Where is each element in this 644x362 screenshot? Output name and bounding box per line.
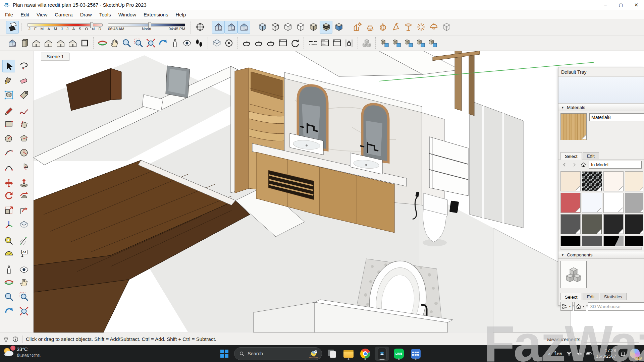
eraser-tool[interactable] [17, 74, 30, 87]
render-interactive-button[interactable] [253, 37, 265, 49]
maximize-button[interactable]: ▢ [613, 0, 629, 10]
components-tab-statistics[interactable]: Statistics [600, 293, 627, 300]
menu-view[interactable]: View [33, 11, 51, 18]
shadow-time-slider[interactable]: 06:43 AM Noon 04:45 PM [108, 23, 185, 31]
walk-button[interactable] [193, 37, 205, 49]
material-houndstooth[interactable] [582, 171, 602, 191]
file-explorer-button[interactable] [341, 347, 356, 361]
orbit-button[interactable] [96, 37, 108, 49]
position-camera-button[interactable] [169, 37, 181, 49]
view-front-button[interactable] [42, 37, 54, 49]
box-tool-1-button[interactable] [378, 37, 390, 49]
zoom-button[interactable] [120, 37, 132, 49]
box-tool-3-button[interactable] [402, 37, 415, 49]
material-mid-gray[interactable] [582, 236, 602, 246]
warehouse-search-field[interactable] [588, 302, 644, 311]
info-icon[interactable] [12, 336, 19, 343]
back-arrow-button[interactable] [560, 161, 569, 169]
materials-scrollbar[interactable] [560, 247, 642, 250]
material-dark-gray[interactable] [560, 214, 581, 234]
scale-tool[interactable] [2, 204, 15, 217]
components-home-button[interactable]: ▼ [574, 302, 586, 311]
material-name-field[interactable] [589, 113, 644, 121]
materials-section-header[interactable]: ▼ Materials [558, 104, 644, 111]
render-viewport-button[interactable] [265, 37, 277, 49]
rotate-tool[interactable] [2, 189, 15, 202]
start-button[interactable] [217, 347, 231, 361]
frame-buffer-button[interactable] [277, 37, 289, 49]
date-slider-thumb[interactable] [90, 22, 93, 28]
pie-tool[interactable] [17, 161, 30, 173]
ceiling-light-button[interactable] [402, 21, 415, 34]
make-component-tool[interactable] [2, 88, 15, 101]
material-gray[interactable] [625, 193, 643, 213]
menu-extensions[interactable]: Extensions [140, 11, 172, 18]
sketchup-taskbar-button[interactable] [375, 347, 389, 361]
time-slider-thumb[interactable] [148, 22, 151, 28]
style-xray-button[interactable] [256, 21, 269, 34]
axes-tool[interactable] [2, 218, 15, 231]
point-light-button[interactable] [415, 21, 427, 34]
zoom-extents-tool[interactable] [17, 305, 30, 317]
material-coral-red[interactable] [560, 193, 581, 213]
style-wireframe-button[interactable] [269, 21, 281, 34]
viewport-3d-scene[interactable] [34, 51, 644, 333]
weather-widget[interactable]: 1 33°C มีแดดบางส่วน [3, 347, 41, 358]
polygon-tool[interactable] [17, 132, 30, 144]
menu-camera[interactable]: Camera [51, 11, 76, 18]
material-collection-dropdown[interactable]: In Model [589, 161, 642, 169]
rotated-rectangle-tool[interactable] [17, 117, 30, 130]
menu-tools[interactable]: Tools [96, 11, 115, 18]
tray-chevron-icon[interactable]: ∧ [548, 351, 551, 356]
close-button[interactable]: ✕ [629, 0, 644, 10]
material-black-2[interactable] [625, 236, 643, 246]
dimension-tool[interactable] [17, 234, 30, 247]
components-tab-edit[interactable]: Edit [583, 293, 599, 300]
paint-bucket-tool[interactable] [2, 74, 15, 87]
notification-bell-icon[interactable] [620, 351, 626, 357]
view-top-button[interactable] [30, 37, 42, 49]
tray-title[interactable]: Default Tray [558, 67, 644, 77]
parallel-projection-button[interactable] [237, 21, 250, 34]
component-preview-thumbnail[interactable] [560, 261, 587, 288]
spot-light-button[interactable] [389, 21, 402, 34]
menu-draw[interactable]: Draw [76, 11, 96, 18]
view-back-button[interactable] [54, 37, 66, 49]
shadow-toggle-button[interactable] [6, 21, 19, 34]
material-olive-gray[interactable] [582, 214, 602, 234]
render-sphere-button[interactable] [440, 21, 453, 34]
geolocation-icon[interactable] [3, 336, 9, 343]
scene-light-button[interactable] [351, 21, 364, 34]
language-indicator[interactable]: ไทย [554, 350, 562, 357]
style-back-edges-button[interactable] [281, 21, 294, 34]
line-app-button[interactable]: LINE [392, 347, 406, 361]
tag-tool[interactable] [17, 88, 30, 101]
materials-tab-edit[interactable]: Edit [583, 152, 599, 159]
material-beige[interactable] [560, 171, 581, 191]
volume-icon[interactable] [576, 351, 582, 357]
perspective-button[interactable] [225, 21, 237, 34]
menu-edit[interactable]: Edit [17, 11, 33, 18]
menu-help[interactable]: Help [172, 11, 190, 18]
follow-me-tool[interactable] [17, 189, 30, 202]
forward-arrow-button[interactable] [570, 161, 578, 169]
zoom-window-tool[interactable] [17, 290, 30, 303]
material-white[interactable] [603, 193, 624, 213]
style-shaded-button[interactable] [307, 21, 320, 34]
two-point-arc-tool[interactable] [17, 146, 30, 159]
push-pull-tool[interactable] [17, 177, 30, 189]
overlay-toggle-button[interactable] [307, 37, 319, 49]
shadow-date-slider[interactable]: JFMAMJJASOND [27, 23, 103, 31]
menu-file[interactable]: File [1, 11, 17, 18]
look-around-tool[interactable] [17, 263, 30, 276]
orbit-tool[interactable] [2, 276, 15, 289]
style-monochrome-button[interactable] [332, 21, 345, 34]
lasso-select-tool[interactable] [17, 60, 30, 72]
scene-tab[interactable]: Scene 1 [41, 53, 69, 61]
component-browser-button[interactable] [361, 37, 373, 49]
three-point-arc-tool[interactable] [2, 161, 15, 173]
material-off-white[interactable] [603, 171, 624, 191]
material-black-gray-diag[interactable] [603, 236, 624, 246]
collapse-caret-icon[interactable]: ▼ [561, 253, 564, 257]
zoom-window-button[interactable] [132, 37, 145, 49]
